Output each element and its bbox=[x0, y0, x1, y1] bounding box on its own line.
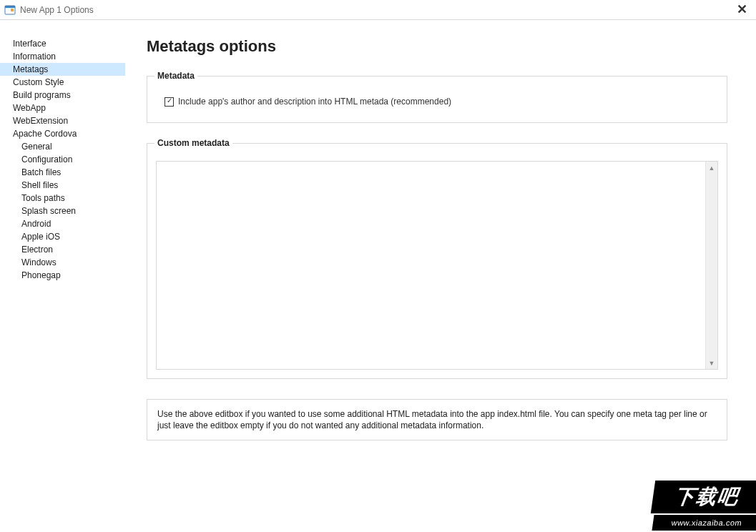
sidebar-item-interface[interactable]: Interface bbox=[0, 37, 125, 50]
sidebar-item-electron[interactable]: Electron bbox=[0, 243, 125, 256]
sidebar-item-custom-style[interactable]: Custom Style bbox=[0, 76, 125, 89]
sidebar-item-general[interactable]: General bbox=[0, 140, 125, 153]
hint-text: Use the above editbox if you wanted to u… bbox=[147, 399, 727, 440]
sidebar-item-batch-files[interactable]: Batch files bbox=[0, 166, 125, 179]
custom-metadata-group-legend: Custom metadata bbox=[154, 138, 232, 148]
content-area: Metatags options Metadata Include app's … bbox=[125, 20, 756, 532]
sidebar-item-configuration[interactable]: Configuration bbox=[0, 153, 125, 166]
sidebar-item-information[interactable]: Information bbox=[0, 50, 125, 63]
scroll-up-icon[interactable]: ▲ bbox=[706, 162, 717, 174]
window-title: New App 1 Options bbox=[20, 5, 94, 15]
metadata-group-legend: Metadata bbox=[154, 71, 197, 81]
page-title: Metatags options bbox=[147, 37, 727, 56]
scroll-down-icon[interactable]: ▼ bbox=[706, 357, 717, 369]
sidebar-item-apple-ios[interactable]: Apple iOS bbox=[0, 230, 125, 243]
editbox-scrollbar[interactable]: ▲ ▼ bbox=[705, 162, 717, 369]
custom-metadata-group: Custom metadata ▲ ▼ bbox=[147, 143, 727, 379]
custom-metadata-editbox-wrap: ▲ ▼ bbox=[156, 161, 718, 370]
include-metadata-checkbox[interactable] bbox=[165, 97, 174, 107]
sidebar-item-shell-files[interactable]: Shell files bbox=[0, 179, 125, 192]
sidebar: InterfaceInformationMetatagsCustom Style… bbox=[0, 20, 125, 532]
sidebar-item-splash-screen[interactable]: Splash screen bbox=[0, 205, 125, 217]
svg-rect-1 bbox=[5, 6, 15, 8]
sidebar-item-build-programs[interactable]: Build programs bbox=[0, 89, 125, 102]
metadata-group: Metadata Include app's author and descri… bbox=[147, 76, 727, 123]
close-icon[interactable]: ✕ bbox=[733, 1, 750, 17]
sidebar-item-tools-paths[interactable]: Tools paths bbox=[0, 192, 125, 205]
app-icon bbox=[4, 4, 16, 16]
sidebar-item-android[interactable]: Android bbox=[0, 217, 125, 230]
custom-metadata-editbox[interactable] bbox=[157, 162, 705, 369]
sidebar-item-metatags[interactable]: Metatags bbox=[0, 63, 125, 76]
sidebar-item-webapp[interactable]: WebApp bbox=[0, 102, 125, 114]
sidebar-item-apache-cordova[interactable]: Apache Cordova bbox=[0, 127, 125, 140]
sidebar-item-windows[interactable]: Windows bbox=[0, 256, 125, 269]
sidebar-item-phonegap[interactable]: Phonegap bbox=[0, 269, 125, 282]
include-metadata-label: Include app's author and description int… bbox=[178, 97, 451, 107]
titlebar: New App 1 Options ✕ bbox=[0, 0, 756, 20]
sidebar-item-webextension[interactable]: WebExtension bbox=[0, 114, 125, 127]
